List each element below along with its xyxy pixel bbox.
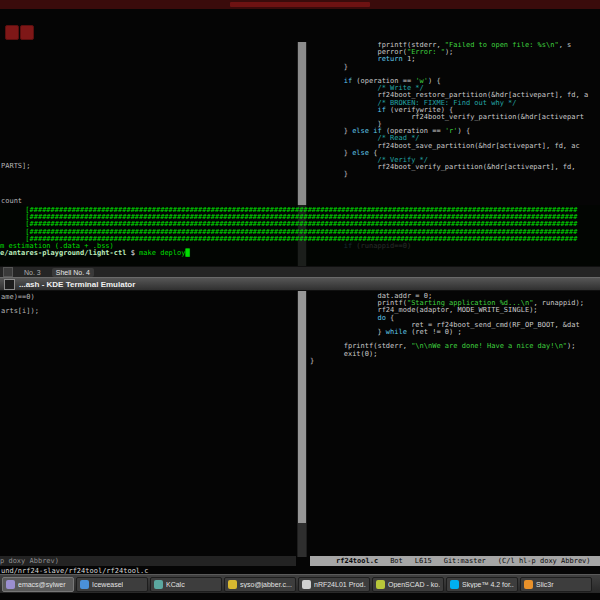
modeline-line-number: L615 [415,556,432,566]
code-line: } [310,64,600,71]
taskbar-button-label: nRF24L01 Prod... [314,581,366,588]
taskbar-button-skype[interactable]: Skype™ 4.2 for... [446,577,518,592]
code-line: e/antares-playground/light-ctl $ make de… [0,250,600,257]
slic3r-icon [524,580,533,589]
taskbar-button-iceweasel[interactable]: Iceweasel [76,577,148,592]
status-bar [0,0,600,9]
modeline-modes: (C/l hl-p doxy Abbrev) [498,556,591,566]
status-bar-text [230,2,370,7]
taskbar-button-kcalc[interactable]: KCalc [150,577,222,592]
window-title: ...ash - KDE Terminal Emulator [19,280,135,289]
desktop-red-icon-2[interactable] [20,25,34,40]
emacs-bottom-right-code[interactable]: dat.addr = 0; printf("Starting applicati… [310,293,600,423]
code-line [310,179,600,186]
tab-list-icon[interactable] [3,267,13,277]
taskbar-button-label: OpenSCAD - ko... [388,581,440,588]
code-line [310,186,600,193]
taskbar-button-openscad[interactable]: OpenSCAD - ko... [372,577,444,592]
iceweasel-icon [80,580,89,589]
desktop: fprintf(stderr, "Failed to open file: %s… [0,0,600,600]
taskbar-button-emacs[interactable]: emacs@sylwer [2,577,74,592]
konsole-terminal[interactable]: [#######################################… [0,205,600,266]
code-line: exit(0); [310,351,600,358]
taskbar-button-label: Skype™ 4.2 for... [462,581,514,588]
terminal-window-icon[interactable] [4,279,15,290]
tab-shell-3[interactable]: No. 3 [20,268,45,277]
modeline-vc-branch: Git:master [444,556,486,566]
modeline-position: Bot [390,556,403,566]
window-title-bar[interactable]: ...ash - KDE Terminal Emulator [0,277,600,291]
code-line: } while (ret != 0) ; [310,329,600,336]
konsole-tab-bar: No. 3 Shell No. 4 [0,266,600,277]
jabber-icon [228,580,237,589]
code-line: } [310,171,600,178]
emacs-left-buffer-fragment: arts[i]); [1,308,39,315]
taskbar-button-label: syso@jabber.c... [240,581,292,588]
taskbar-button-nrf24-doc[interactable]: nRF24L01 Prod... [298,577,370,592]
code-line [310,193,600,200]
document-icon [302,580,311,589]
modeline-buffer-name: rf24tool.c [336,556,378,566]
emacs-left-buffer-fragment: ame)==0) [1,294,35,301]
emacs-scrollbar-bottom[interactable] [297,291,307,557]
taskbar-button-jabber[interactable]: syso@jabber.c... [224,577,296,592]
scrollbar-thumb[interactable] [298,291,306,523]
desktop-red-icon-1[interactable] [5,25,19,40]
code-line: return 1; [310,56,600,63]
tab-shell-4[interactable]: Shell No. 4 [52,268,94,277]
emacs-modeline-inactive[interactable]: p doxy Abbrev) [0,556,296,566]
taskbar: emacs@sylwer Iceweasel KCalc syso@jabber… [0,574,600,593]
taskbar-button-label: emacs@sylwer [18,581,66,588]
code-line: } [310,358,600,365]
taskbar-button-label: Slic3r [536,581,554,588]
emacs-icon [6,580,15,589]
emacs-modeline-active[interactable]: rf24tool.c Bot L615 Git:master (C/l hl-p… [310,556,600,566]
taskbar-button-slic3r[interactable]: Slic3r [520,577,592,592]
emacs-left-buffer-fragment: PARTS]; [1,163,31,170]
kcalc-icon [154,580,163,589]
taskbar-button-label: Iceweasel [92,581,123,588]
openscad-icon [376,580,385,589]
taskbar-button-label: KCalc [166,581,185,588]
skype-icon [450,580,459,589]
code-line: rf24boot_verify_partition(&hdr[activepar… [310,164,600,171]
